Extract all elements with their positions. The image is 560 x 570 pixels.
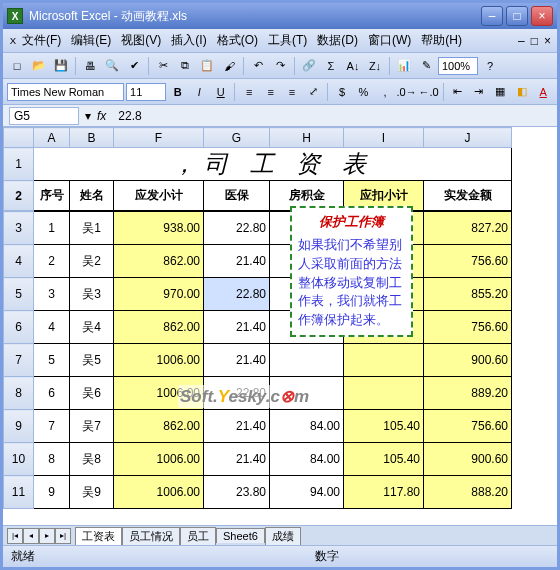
cell[interactable]: 6: [34, 377, 70, 410]
comma-icon[interactable]: ,: [375, 82, 394, 102]
hdr-name[interactable]: 姓名: [70, 181, 114, 211]
doc-close-icon[interactable]: ×: [544, 34, 551, 48]
cell[interactable]: 888.20: [424, 476, 512, 509]
col-G[interactable]: G: [204, 128, 270, 148]
cell[interactable]: 827.20: [424, 212, 512, 245]
cell[interactable]: [344, 377, 424, 410]
tab-first-icon[interactable]: |◂: [7, 528, 23, 544]
cell[interactable]: 吴5: [70, 344, 114, 377]
cut-icon[interactable]: ✂: [153, 56, 173, 76]
maximize-button[interactable]: □: [506, 6, 528, 26]
fx-icon[interactable]: fx: [91, 109, 112, 123]
row-2-hdr[interactable]: 2: [4, 181, 34, 211]
print-icon[interactable]: 🖶: [80, 56, 100, 76]
cell[interactable]: 862.00: [114, 311, 204, 344]
cell[interactable]: 84.00: [270, 410, 344, 443]
cell[interactable]: 3: [34, 278, 70, 311]
cell[interactable]: 22.80: [204, 377, 270, 410]
col-J[interactable]: J: [424, 128, 512, 148]
cell[interactable]: 4: [34, 311, 70, 344]
menu-data[interactable]: 数据(D): [312, 32, 363, 49]
menu-tools[interactable]: 工具(T): [263, 32, 312, 49]
redo-icon[interactable]: ↷: [270, 56, 290, 76]
percent-icon[interactable]: %: [354, 82, 373, 102]
cell[interactable]: 吴6: [70, 377, 114, 410]
cell[interactable]: 756.60: [424, 410, 512, 443]
col-A[interactable]: A: [34, 128, 70, 148]
cell[interactable]: 862.00: [114, 245, 204, 278]
row-hdr[interactable]: 8: [4, 377, 34, 410]
col-H[interactable]: H: [270, 128, 344, 148]
cell[interactable]: 吴8: [70, 443, 114, 476]
cell[interactable]: 94.00: [270, 476, 344, 509]
cell[interactable]: [344, 344, 424, 377]
cell[interactable]: 7: [34, 410, 70, 443]
cell[interactable]: 889.20: [424, 377, 512, 410]
align-left-icon[interactable]: ≡: [239, 82, 258, 102]
cell[interactable]: [270, 344, 344, 377]
tab-last-icon[interactable]: ▸|: [55, 528, 71, 544]
chart-icon[interactable]: 📊: [394, 56, 414, 76]
dec-decimal-icon[interactable]: ←.0: [419, 82, 439, 102]
minimize-button[interactable]: –: [481, 6, 503, 26]
cell[interactable]: 1006.00: [114, 344, 204, 377]
hyperlink-icon[interactable]: 🔗: [299, 56, 319, 76]
cell[interactable]: 105.40: [344, 410, 424, 443]
cell[interactable]: 21.40: [204, 410, 270, 443]
cell[interactable]: 吴1: [70, 212, 114, 245]
menu-file[interactable]: 文件(F): [17, 32, 66, 49]
font-color-icon[interactable]: A: [534, 82, 553, 102]
copy-icon[interactable]: ⧉: [175, 56, 195, 76]
undo-icon[interactable]: ↶: [248, 56, 268, 76]
cell[interactable]: 862.00: [114, 410, 204, 443]
cell[interactable]: 105.40: [344, 443, 424, 476]
hdr-subtotal[interactable]: 应发小计: [114, 181, 204, 211]
row-hdr[interactable]: 6: [4, 311, 34, 344]
tab-4[interactable]: Sheet6: [216, 528, 265, 543]
row-hdr[interactable]: 10: [4, 443, 34, 476]
tab-3[interactable]: 员工: [180, 527, 216, 545]
col-I[interactable]: I: [344, 128, 424, 148]
row-hdr[interactable]: 9: [4, 410, 34, 443]
cell[interactable]: 1006.00: [114, 476, 204, 509]
borders-icon[interactable]: ▦: [491, 82, 510, 102]
cell[interactable]: 84.00: [270, 443, 344, 476]
cell[interactable]: 756.60: [424, 311, 512, 344]
cell[interactable]: [270, 377, 344, 410]
select-all-corner[interactable]: [4, 128, 34, 148]
cell[interactable]: 21.40: [204, 344, 270, 377]
close-button[interactable]: ×: [531, 6, 553, 26]
sort-asc-icon[interactable]: A↓: [343, 56, 363, 76]
font-size-box[interactable]: 11: [126, 83, 166, 101]
italic-icon[interactable]: I: [190, 82, 209, 102]
cell[interactable]: 21.40: [204, 311, 270, 344]
indent-inc-icon[interactable]: ⇥: [469, 82, 488, 102]
cell[interactable]: 938.00: [114, 212, 204, 245]
row-hdr[interactable]: 4: [4, 245, 34, 278]
inc-decimal-icon[interactable]: .0→: [397, 82, 417, 102]
doc-max-icon[interactable]: □: [531, 34, 538, 48]
menu-window[interactable]: 窗口(W): [363, 32, 416, 49]
cell[interactable]: 9: [34, 476, 70, 509]
cell[interactable]: 1006.00: [114, 443, 204, 476]
drawing-icon[interactable]: ✎: [416, 56, 436, 76]
fill-color-icon[interactable]: ◧: [512, 82, 531, 102]
row-hdr[interactable]: 7: [4, 344, 34, 377]
tab-2[interactable]: 员工情况: [122, 527, 180, 545]
cell[interactable]: 22.80: [204, 278, 270, 311]
col-B[interactable]: B: [70, 128, 114, 148]
paste-icon[interactable]: 📋: [197, 56, 217, 76]
cell[interactable]: 吴2: [70, 245, 114, 278]
tab-prev-icon[interactable]: ◂: [23, 528, 39, 544]
tab-next-icon[interactable]: ▸: [39, 528, 55, 544]
save-icon[interactable]: 💾: [51, 56, 71, 76]
name-box[interactable]: G5: [9, 107, 79, 125]
cell[interactable]: 吴7: [70, 410, 114, 443]
zoom-box[interactable]: 100%: [438, 57, 478, 75]
align-center-icon[interactable]: ≡: [261, 82, 280, 102]
font-name-box[interactable]: Times New Roman: [7, 83, 124, 101]
bold-icon[interactable]: B: [168, 82, 187, 102]
hdr-seq[interactable]: 序号: [34, 181, 70, 211]
cell[interactable]: 900.60: [424, 344, 512, 377]
hdr-med[interactable]: 医保: [204, 181, 270, 211]
